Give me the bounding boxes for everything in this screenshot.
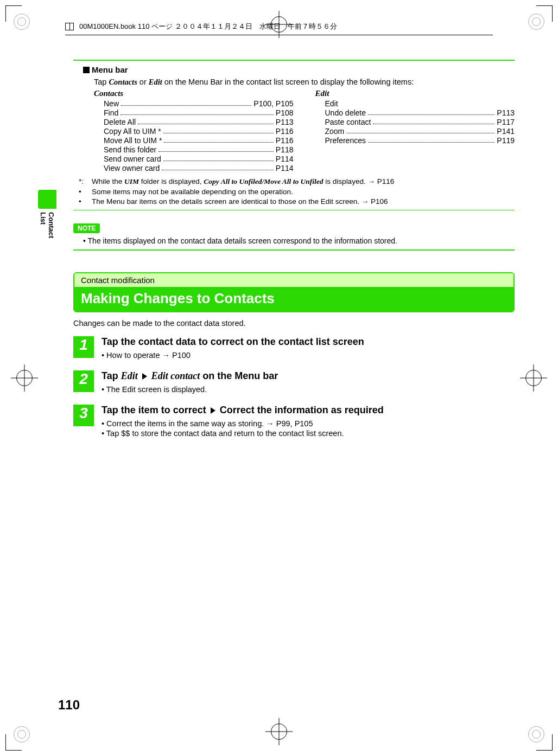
menu-entry-page: P114	[276, 164, 294, 172]
menu-intro-a: Tap	[94, 78, 109, 86]
step-3-head: Tap the item to correct Correct the info…	[102, 405, 515, 416]
step-bullet: How to operate → P100	[102, 351, 515, 360]
foot1-copy: Copy All to Unfiled/Move All to Unfiled	[204, 177, 323, 185]
menu-intro-edit: Edit	[149, 78, 162, 86]
leader-dots	[121, 108, 274, 115]
menu-entry: Edit	[325, 99, 515, 108]
footnote-bullet-2-label: •	[79, 197, 92, 206]
step-3-head-b: Correct the information as required	[217, 405, 384, 415]
foot1-uim: UIM	[124, 177, 139, 185]
contacts-column-list: NewP100, P105FindP108Delete AllP113Copy …	[94, 99, 294, 172]
leader-dots	[373, 118, 494, 124]
menu-entry-page: P141	[497, 127, 515, 136]
reg-cross-bottom	[265, 718, 293, 745]
menu-entry-page: P116	[276, 127, 294, 136]
section-box: Contact modification Making Changes to C…	[73, 272, 515, 312]
reg-circle-tl	[14, 14, 30, 30]
leader-dots	[121, 99, 251, 106]
section-title: Making Changes to Contacts	[74, 287, 513, 311]
menu-entry: NewP100, P105	[104, 99, 294, 108]
menu-entry: View owner cardP114	[104, 164, 294, 172]
menu-entry-label: Send owner card	[104, 155, 161, 163]
reg-circle-bl	[14, 726, 30, 742]
step-3-num: 3	[73, 405, 94, 426]
menu-entry-page: P100, P105	[253, 99, 293, 108]
triangle-icon	[142, 373, 147, 380]
menu-entry-label: Undo delete	[325, 108, 366, 117]
leader-dots	[368, 136, 494, 143]
menu-entry: Delete AllP113	[104, 118, 294, 126]
note-text: The items displayed on the contact data …	[83, 236, 515, 245]
contacts-column: Contacts NewP100, P105FindP108Delete All…	[94, 89, 294, 173]
menu-columns: Contacts NewP100, P105FindP108Delete All…	[94, 89, 515, 173]
footnote-star: *: While the UIM folder is displayed, Co…	[79, 177, 515, 186]
foot1-a: While the	[92, 177, 124, 185]
step-2-head-b: on the Menu bar	[200, 370, 278, 381]
file-info-text: 00M1000EN.book 110 ページ ２００４年１１月２４日 水曜日 午…	[79, 22, 337, 31]
foot1-b: folder is displayed,	[139, 177, 204, 185]
footnote-bullet-2-text: The Menu bar items on the details screen…	[92, 197, 515, 206]
square-bullet-icon	[83, 67, 90, 73]
menu-entry-page: P114	[276, 155, 294, 163]
menu-entry-page: P118	[276, 145, 294, 154]
step-1-num: 1	[73, 336, 94, 358]
menu-intro-or: or	[137, 78, 149, 86]
menu-entry-page: P113	[276, 118, 294, 126]
menu-entry-page: P117	[497, 118, 515, 126]
step-2-num: 2	[73, 370, 94, 392]
menu-entry: ZoomP141	[325, 127, 515, 136]
side-tab-color	[38, 190, 56, 209]
step-1-bullets: How to operate → P100	[102, 351, 515, 360]
step-bullet: Correct the items in the same way as sto…	[102, 419, 515, 428]
step-1-head: Tap the contact data to correct on the c…	[102, 336, 515, 348]
menu-entry-label: Delete All	[104, 118, 136, 126]
menu-footnotes: *: While the UIM folder is displayed, Co…	[73, 177, 515, 206]
menu-entry-label: New	[104, 99, 119, 108]
file-header: 00M1000EN.book 110 ページ ２００４年１１月２４日 水曜日 午…	[65, 22, 493, 35]
step-2-bullets: The Edit screen is displayed.	[102, 385, 515, 394]
leader-dots	[138, 118, 274, 124]
menu-entry: Move All to UIM *P116	[104, 136, 294, 145]
page-number: 110	[58, 697, 80, 713]
menu-entry-page: P119	[497, 136, 515, 145]
menu-intro-b: on the Menu Bar in the contact list scre…	[162, 78, 414, 86]
menu-bar-heading: Menu bar	[83, 65, 515, 74]
leader-dots	[368, 108, 494, 115]
side-tab-label: Contact List	[39, 212, 55, 244]
menu-entry: Copy All to UIM *P116	[104, 127, 294, 136]
menu-entry-label: Zoom	[325, 127, 345, 136]
menu-entry-label: Edit	[325, 99, 338, 108]
leader-dots	[158, 145, 274, 152]
step-bullet: Tap $$ to store the contact data and ret…	[102, 429, 515, 438]
menu-intro: Tap Contacts or Edit on the Menu Bar in …	[94, 78, 515, 87]
step-2-head-editcontact: Edit contact	[151, 370, 200, 381]
footnote-bullet-1: • Some items may not be available depend…	[79, 188, 515, 196]
reg-cross-right	[520, 364, 547, 392]
menu-intro-contacts: Contacts	[109, 78, 137, 86]
note-label: NOTE	[73, 223, 100, 233]
footnote-star-text: While the UIM folder is displayed, Copy …	[92, 177, 515, 186]
foot1-c: is displayed. → P116	[324, 177, 395, 185]
menu-entry: PreferencesP119	[325, 136, 515, 145]
step-2-head-a: Tap	[102, 370, 121, 381]
step-3: 3 Tap the item to correct Correct the in…	[73, 405, 515, 439]
footnote-bullet-1-label: •	[79, 188, 92, 196]
step-2: 2 Tap Edit Edit contact on the Menu bar …	[73, 370, 515, 395]
menu-entry-label: Find	[104, 108, 118, 117]
leader-dots	[164, 136, 273, 143]
section-intro: Changes can be made to the contact data …	[73, 319, 515, 328]
side-tab: Contact List	[38, 190, 56, 244]
menu-entry-page: P108	[276, 108, 294, 117]
menu-entry-label: Send this folder	[104, 145, 156, 154]
reg-circle-br	[528, 726, 544, 742]
edit-column-head: Edit	[315, 89, 515, 98]
menu-entry: Paste contactP117	[325, 118, 515, 126]
menu-entry: FindP108	[104, 108, 294, 117]
step-bullet: The Edit screen is displayed.	[102, 385, 515, 394]
menu-entry-page: P116	[276, 136, 294, 145]
footnote-bullet-1-text: Some items may not be available dependin…	[92, 188, 515, 196]
menu-entry-label: Copy All to UIM *	[104, 127, 161, 136]
step-2-head: Tap Edit Edit contact on the Menu bar	[102, 370, 515, 382]
step-3-bullets: Correct the items in the same way as sto…	[102, 419, 515, 438]
menu-entry-page: P113	[497, 108, 515, 117]
